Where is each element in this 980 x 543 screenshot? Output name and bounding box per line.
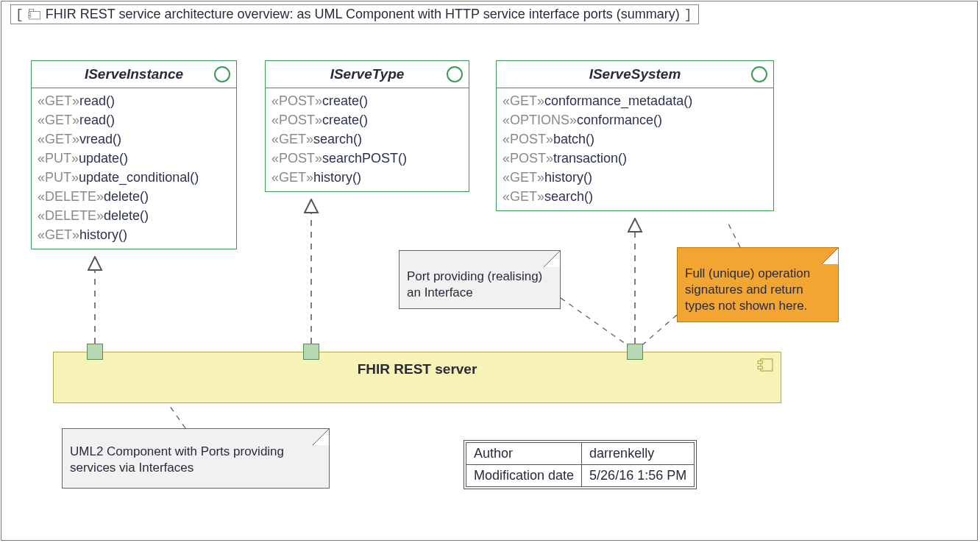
interface-name: IServeInstance <box>85 66 183 82</box>
connector-note-signatures-to-system <box>728 224 740 247</box>
interface-icon <box>214 66 230 82</box>
svg-rect-5 <box>758 361 762 364</box>
interface-header: IServeSystem <box>497 61 773 88</box>
interface-serve-instance: IServeInstance «GET»read()«GET»read()«GE… <box>31 60 237 249</box>
operation-list: «POST»create()«POST»create()«GET»search(… <box>266 88 469 191</box>
svg-rect-0 <box>29 11 40 19</box>
operation: «DELETE»delete() <box>38 206 230 225</box>
meta-author-value: darrenkelly <box>582 443 695 465</box>
note-uml2-component: UML2 Component with Ports providing serv… <box>62 428 330 489</box>
svg-rect-2 <box>28 13 31 14</box>
operation: «GET»vread() <box>38 129 230 149</box>
connector-note-port <box>561 298 628 346</box>
operation: «POST»transaction() <box>503 149 767 168</box>
note-fold-icon <box>822 248 838 264</box>
operation: «GET»search() <box>271 129 463 149</box>
meta-table: Author darrenkelly Modification date 5/2… <box>464 440 697 489</box>
note-fold-icon <box>544 251 560 267</box>
note-text: Full (unique) operation signatures and r… <box>685 266 810 313</box>
bracket-open: [ <box>15 7 24 22</box>
svg-rect-3 <box>28 15 31 17</box>
frame-title-tab: [ FHIR REST service architecture overvie… <box>10 4 699 24</box>
operation: «POST»searchPOST() <box>271 149 463 168</box>
operation: «PUT»update_conditional() <box>38 168 230 187</box>
interface-header: IServeInstance <box>32 61 236 88</box>
note-text: Port providing (realising) an Interface <box>407 269 542 299</box>
interface-name: IServeSystem <box>589 66 681 82</box>
port-instance <box>87 344 103 360</box>
operation: «GET»search() <box>503 187 767 206</box>
connector-note-signatures-to-port <box>643 315 677 344</box>
interface-header: IServeType <box>266 61 469 88</box>
meta-moddate-label: Modification date <box>466 465 582 487</box>
note-port-providing: Port providing (realising) an Interface <box>399 250 561 309</box>
interface-serve-system: IServeSystem «GET»conformance_metadata()… <box>496 60 774 211</box>
component-icon <box>757 358 773 372</box>
interface-icon <box>751 66 767 82</box>
frame-title: FHIR REST service architecture overview:… <box>46 7 680 22</box>
port-system <box>627 344 643 360</box>
operation: «OPTIONS»conformance() <box>503 110 767 129</box>
diagram-frame: [ FHIR REST service architecture overvie… <box>1 1 978 541</box>
operation: «GET»conformance_metadata() <box>503 91 767 110</box>
operation: «POST»batch() <box>503 129 767 149</box>
component-name: FHIR REST server <box>54 361 781 377</box>
interface-name: IServeType <box>330 66 405 82</box>
svg-rect-6 <box>758 366 762 369</box>
operation: «POST»create() <box>271 91 463 110</box>
operation: «DELETE»delete() <box>38 187 230 206</box>
operation: «GET»history() <box>38 225 230 244</box>
port-type <box>303 344 319 360</box>
table-row: Author darrenkelly <box>466 443 695 465</box>
operation: «PUT»update() <box>38 149 230 168</box>
operation-list: «GET»read()«GET»read()«GET»vread()«PUT»u… <box>32 88 236 249</box>
interface-icon <box>447 66 463 82</box>
note-signatures: Full (unique) operation signatures and r… <box>677 247 839 322</box>
operation: «GET»history() <box>271 168 463 187</box>
table-row: Modification date 5/26/16 1:56 PM <box>466 465 695 487</box>
operation: «GET»read() <box>38 91 230 110</box>
note-text: UML2 Component with Ports providing serv… <box>70 444 284 475</box>
svg-rect-1 <box>29 9 33 11</box>
interface-serve-type: IServeType «POST»create()«POST»create()«… <box>265 60 469 192</box>
package-icon <box>28 8 41 21</box>
operation-list: «GET»conformance_metadata()«OPTIONS»conf… <box>497 88 773 210</box>
operation: «GET»read() <box>38 110 230 129</box>
operation: «POST»create() <box>271 110 463 129</box>
note-fold-icon <box>313 429 329 445</box>
meta-author-label: Author <box>466 443 582 465</box>
connector-note-uml2 <box>168 403 185 428</box>
meta-moddate-value: 5/26/16 1:56 PM <box>582 465 695 487</box>
bracket-close: ] <box>684 7 692 22</box>
operation: «GET»history() <box>503 168 767 187</box>
component-fhir-rest-server: FHIR REST server <box>53 352 781 403</box>
